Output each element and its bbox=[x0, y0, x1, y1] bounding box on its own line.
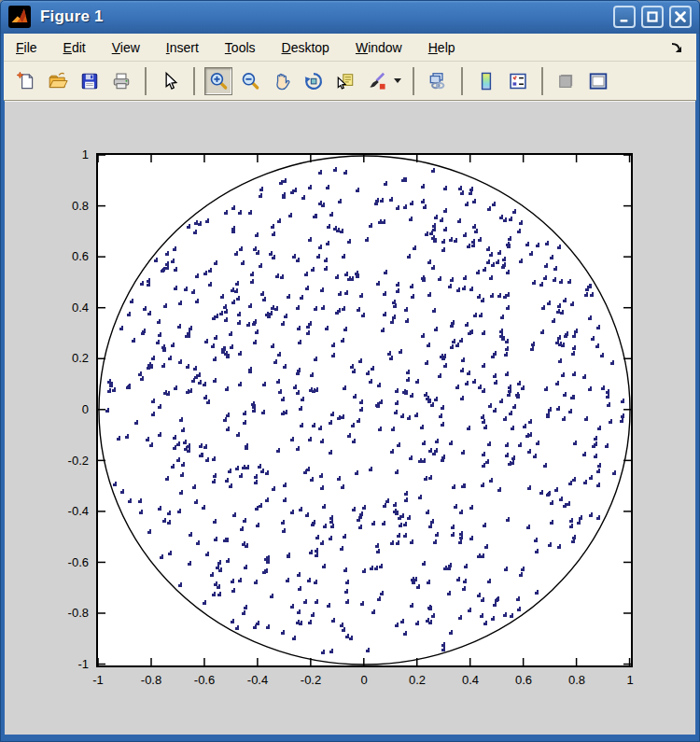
toolbar-separator bbox=[461, 67, 463, 95]
open-file-button[interactable] bbox=[44, 67, 72, 95]
toolbar-separator bbox=[193, 67, 195, 95]
x-tick-label: 0 bbox=[336, 673, 392, 688]
zoom-in-icon bbox=[208, 71, 229, 91]
x-tick-label: 0.2 bbox=[389, 673, 445, 688]
brush-data-icon bbox=[367, 71, 387, 91]
x-tick-label: -0.8 bbox=[123, 673, 179, 688]
axes-box bbox=[96, 153, 633, 667]
print-figure-button[interactable] bbox=[107, 67, 135, 95]
rotate-3d-icon bbox=[303, 71, 324, 91]
hide-plot-tools-icon bbox=[556, 71, 577, 91]
toolbar-separator bbox=[413, 67, 414, 95]
y-tick-label: -0.2 bbox=[36, 454, 89, 469]
menu-file[interactable]: File bbox=[16, 40, 37, 55]
pan-hand-icon bbox=[272, 71, 292, 91]
y-tick-label: -0.6 bbox=[36, 555, 89, 570]
hide-plot-tools-button[interactable] bbox=[553, 67, 581, 95]
link-plot-button[interactable] bbox=[424, 67, 452, 95]
new-figure-button[interactable] bbox=[12, 67, 40, 95]
maximize-button[interactable] bbox=[641, 6, 664, 28]
window-controls bbox=[613, 6, 692, 28]
insert-legend-button[interactable] bbox=[504, 67, 532, 95]
toolbar-separator bbox=[541, 67, 543, 95]
x-tick-label: -0.2 bbox=[283, 673, 339, 688]
save-figure-button[interactable] bbox=[76, 67, 104, 95]
brush-data-button[interactable] bbox=[363, 67, 391, 95]
edit-plot-arrow-icon bbox=[160, 71, 180, 91]
x-tick-label: 0.6 bbox=[496, 673, 552, 688]
maximize-icon bbox=[645, 9, 660, 24]
menubar: File Edit View Insert Tools Desktop Wind… bbox=[4, 34, 696, 62]
toolbar bbox=[4, 62, 696, 101]
zoom-in-button[interactable] bbox=[204, 67, 232, 95]
insert-colorbar-icon bbox=[476, 71, 497, 91]
y-tick-label: 0 bbox=[36, 402, 89, 417]
data-cursor-button[interactable] bbox=[331, 67, 359, 95]
window-title: Figure 1 bbox=[40, 7, 104, 26]
dock-arrow-icon[interactable] bbox=[670, 41, 683, 54]
plot-canvas[interactable] bbox=[98, 155, 631, 665]
y-tick-label: -0.4 bbox=[36, 504, 89, 519]
menu-edit[interactable]: Edit bbox=[63, 40, 86, 55]
edit-plot-button[interactable] bbox=[156, 67, 184, 95]
y-tick-label: -1 bbox=[36, 657, 89, 672]
menu-help[interactable]: Help bbox=[428, 40, 455, 55]
open-folder-icon bbox=[48, 71, 68, 91]
zoom-out-icon bbox=[240, 71, 260, 91]
titlebar: Figure 1 bbox=[0, 0, 700, 34]
figure-window: Figure 1 File Edit View Insert bbox=[0, 0, 700, 742]
matlab-logo-icon bbox=[8, 6, 31, 28]
close-icon bbox=[673, 9, 688, 24]
close-button[interactable] bbox=[669, 6, 692, 28]
y-tick-label: 0.4 bbox=[36, 301, 89, 315]
x-tick-label: 0.8 bbox=[549, 673, 605, 688]
x-tick-label: -0.6 bbox=[176, 673, 232, 688]
show-plot-tools-icon bbox=[588, 71, 609, 91]
x-tick-label: -0.4 bbox=[230, 673, 286, 688]
y-tick-label: 0.8 bbox=[36, 199, 89, 214]
rotate-3d-button[interactable] bbox=[300, 67, 328, 95]
zoom-out-button[interactable] bbox=[236, 67, 264, 95]
insert-legend-icon bbox=[508, 71, 528, 91]
menu-insert[interactable]: Insert bbox=[166, 40, 199, 55]
x-tick-label: 1 bbox=[602, 673, 658, 688]
figure-canvas: 10.80.60.40.20-0.2-0.4-0.6-0.8-1 -1-0.8-… bbox=[5, 101, 695, 735]
pan-button[interactable] bbox=[268, 67, 296, 95]
y-tick-label: 0.6 bbox=[36, 249, 89, 264]
y-tick-label: -0.8 bbox=[36, 606, 89, 621]
data-cursor-icon bbox=[335, 71, 356, 91]
new-figure-icon bbox=[16, 71, 36, 91]
link-plot-icon bbox=[427, 71, 448, 91]
insert-colorbar-button[interactable] bbox=[472, 67, 500, 95]
minimize-button[interactable] bbox=[613, 6, 636, 28]
brush-dropdown-caret-icon[interactable] bbox=[394, 78, 401, 83]
show-plot-tools-button[interactable] bbox=[584, 67, 612, 95]
y-tick-label: 1 bbox=[36, 147, 89, 162]
menu-desktop[interactable]: Desktop bbox=[282, 40, 329, 55]
menu-tools[interactable]: Tools bbox=[225, 40, 256, 55]
x-tick-label: -1 bbox=[70, 673, 126, 688]
menu-view[interactable]: View bbox=[112, 40, 140, 55]
save-floppy-icon bbox=[79, 71, 100, 91]
minimize-icon bbox=[617, 9, 632, 24]
toolbar-separator bbox=[145, 67, 147, 95]
menu-window[interactable]: Window bbox=[356, 40, 402, 55]
y-tick-label: 0.2 bbox=[36, 351, 89, 366]
x-tick-label: 0.4 bbox=[442, 673, 498, 688]
printer-icon bbox=[111, 71, 132, 91]
